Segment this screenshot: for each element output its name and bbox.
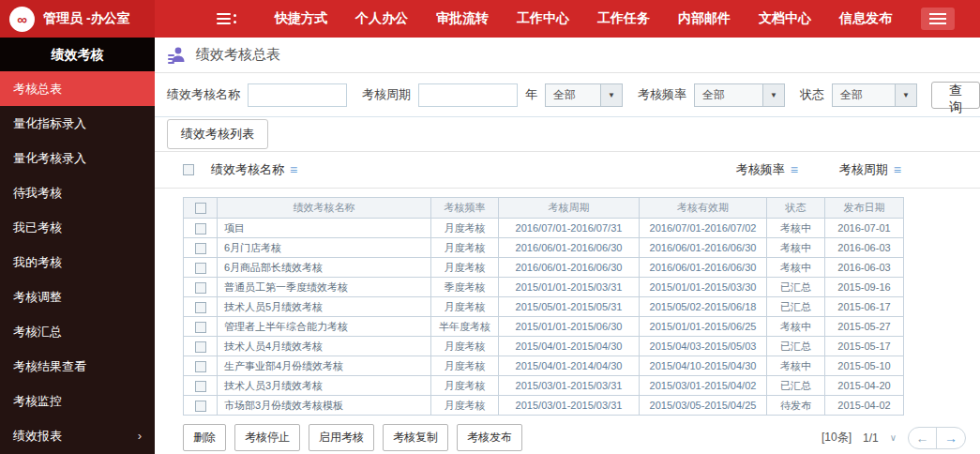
sort-name[interactable]: 绩效考核名称 ≡ xyxy=(183,161,297,178)
filter-bar: 绩效考核名称 考核周期 年 全部 ▼ 考核频率 全部 ▼ 状态 全部 ▼ 查询 xyxy=(155,73,980,117)
sidebar-item-9[interactable]: 考核结果查看 xyxy=(0,349,155,384)
page-select-caret-icon[interactable]: ∨ xyxy=(890,432,897,443)
appraisal-name-cell: 6月商品部长绩效考核 xyxy=(218,258,431,278)
row-checkbox[interactable] xyxy=(195,341,206,353)
appraisal-name-input[interactable] xyxy=(248,83,347,107)
row-checkbox[interactable] xyxy=(195,223,206,235)
table-row: 普通员工第一季度绩效考核季度考核2015/01/01-2015/03/31201… xyxy=(184,278,904,297)
nav-item-1[interactable]: 快捷方式 xyxy=(275,10,327,27)
appraisal-name-cell: 普通员工第一季度绩效考核 xyxy=(218,278,431,297)
table-row: 生产事业部4月份绩效考核月度考核2015/04/01-2014/04/30201… xyxy=(184,356,904,376)
sidebar-header: 绩效考核 xyxy=(0,38,155,71)
sort-period[interactable]: 考核周期 ≡ xyxy=(839,161,901,178)
appraisal-name-cell: 技术人员4月绩效考核 xyxy=(218,337,431,356)
valid-period-cell: 2015/04/03-2015/05/03 xyxy=(640,337,767,356)
status-cell: 考核中 xyxy=(767,317,825,337)
frequency-cell: 季度考核 xyxy=(431,278,499,297)
sidebar-item-8[interactable]: 考核汇总 xyxy=(0,314,155,349)
page-count: [10条] xyxy=(822,430,852,446)
frequency-cell: 月度考核 xyxy=(431,238,499,258)
hamburger-icon[interactable] xyxy=(921,8,955,30)
sort-period-label: 考核周期 xyxy=(839,161,888,178)
sidebar-item-7[interactable]: 考核调整 xyxy=(0,280,155,314)
period-cell: 2015/03/01-2015/03/31 xyxy=(499,396,640,416)
publish-date-cell: 2016-07-01 xyxy=(825,219,904,238)
row-checkbox[interactable] xyxy=(195,302,206,313)
sort-frequency[interactable]: 考核频率 ≡ xyxy=(736,161,798,178)
next-page-button[interactable]: → xyxy=(937,428,965,448)
sidebar: 绩效考核 考核总表量化指标录入量化考核录入待我考核我已考核我的考核考核调整考核汇… xyxy=(0,38,155,454)
delete-button[interactable]: 删除 xyxy=(183,424,226,451)
nav-item-6[interactable]: 内部邮件 xyxy=(678,10,731,27)
period-label: 考核周期 xyxy=(362,86,411,103)
nav-item-8[interactable]: 信息发布 xyxy=(839,10,892,27)
valid-period-cell: 2016/07/01-2016/07/02 xyxy=(640,219,767,238)
sidebar-item-6[interactable]: 我的考核 xyxy=(0,245,155,280)
search-button[interactable]: 查询 xyxy=(931,82,980,109)
period-cell: 2016/06/01-2016/06/30 xyxy=(499,258,640,278)
prev-page-button[interactable]: ← xyxy=(909,428,937,448)
nav-item-5[interactable]: 工作任务 xyxy=(597,10,650,27)
sidebar-item-5[interactable]: 我已考核 xyxy=(0,210,155,245)
nav-item-2[interactable]: 个人办公 xyxy=(355,10,408,27)
page-title: 绩效考核总表 xyxy=(196,46,280,64)
tab-appraisal-list[interactable]: 绩效考核列表 xyxy=(167,119,268,149)
column-header-1: 绩效考核名称 xyxy=(218,198,431,219)
frequency-cell: 月度考核 xyxy=(431,396,499,416)
sort-lines-icon: ≡ xyxy=(791,162,798,177)
select-all-checkbox[interactable] xyxy=(183,164,194,175)
app-logo-icon: ∞ xyxy=(9,7,35,32)
row-checkbox[interactable] xyxy=(195,282,206,294)
table-wrap: 绩效考核名称考核频率考核周期考核有效期状态发布日期项目月度考核2016/07/0… xyxy=(155,189,980,416)
collapse-dots xyxy=(234,14,236,23)
publish-date-cell: 2015-05-10 xyxy=(825,356,904,376)
row-checkbox[interactable] xyxy=(195,263,206,274)
sidebar-item-10[interactable]: 考核监控 xyxy=(0,384,155,418)
sort-bar: 绩效考核名称 ≡ 考核频率 ≡ 考核周期 ≡ xyxy=(155,152,980,189)
collapse-menu-icon[interactable] xyxy=(217,13,236,24)
nav-item-4[interactable]: 工作中心 xyxy=(517,10,569,27)
frequency-label: 考核频率 xyxy=(638,86,686,103)
row-checkbox[interactable] xyxy=(195,361,206,372)
status-select[interactable]: 全部 ▼ xyxy=(832,83,917,107)
table-row: 6月门店考核月度考核2016/06/01-2016/06/302016/06/0… xyxy=(184,238,904,258)
nav-item-3[interactable]: 审批流转 xyxy=(436,10,489,27)
publish-date-cell: 2015-04-20 xyxy=(825,376,904,396)
status-cell: 待发布 xyxy=(767,396,825,416)
sidebar-item-11[interactable]: 绩效报表› xyxy=(0,418,155,453)
sort-lines-icon: ≡ xyxy=(290,162,297,177)
publish-appraisal-button[interactable]: 考核发布 xyxy=(457,424,522,451)
copy-appraisal-button[interactable]: 考核复制 xyxy=(383,424,448,451)
table-row: 技术人员4月绩效考核月度考核2015/04/01-2015/04/302015/… xyxy=(184,337,904,356)
chevron-down-icon: ▼ xyxy=(762,84,784,106)
chevron-down-icon: ▼ xyxy=(600,84,622,106)
sort-frequency-label: 考核频率 xyxy=(736,161,785,178)
header-checkbox[interactable] xyxy=(195,203,206,214)
frequency-select[interactable]: 全部 ▼ xyxy=(694,83,785,107)
sidebar-item-1[interactable]: 考核总表 xyxy=(0,71,155,106)
enable-appraisal-button[interactable]: 启用考核 xyxy=(309,424,374,451)
row-checkbox[interactable] xyxy=(195,401,206,412)
period-input[interactable] xyxy=(418,83,518,107)
row-checkbox[interactable] xyxy=(195,243,206,254)
frequency-select-value: 全部 xyxy=(695,84,762,106)
frequency-cell: 月度考核 xyxy=(431,297,499,317)
appraisal-name-cell: 技术人员3月绩效考核 xyxy=(218,376,431,396)
sidebar-item-2[interactable]: 量化指标录入 xyxy=(0,106,155,141)
status-cell: 考核中 xyxy=(767,238,825,258)
status-cell: 考核中 xyxy=(767,219,825,238)
row-checkbox[interactable] xyxy=(195,322,206,333)
row-checkbox[interactable] xyxy=(195,381,206,392)
stop-appraisal-button[interactable]: 考核停止 xyxy=(234,424,300,451)
valid-period-cell: 2015/05/02-2015/06/18 xyxy=(640,297,767,317)
period-cell: 2015/04/01-2014/04/30 xyxy=(499,356,640,376)
year-select[interactable]: 全部 ▼ xyxy=(545,83,623,107)
sidebar-item-4[interactable]: 待我考核 xyxy=(0,175,155,210)
period-cell: 2016/06/01-2016/06/30 xyxy=(499,238,640,258)
status-select-value: 全部 xyxy=(833,84,895,106)
status-cell: 已汇总 xyxy=(767,376,825,396)
sidebar-item-3[interactable]: 量化考核录入 xyxy=(0,141,155,175)
nav-item-7[interactable]: 文档中心 xyxy=(759,10,811,27)
top-nav: 快捷方式个人办公审批流转工作中心工作任务内部邮件文档中心信息发布 xyxy=(261,10,906,27)
tab-bar: 绩效考核列表 xyxy=(155,117,980,152)
